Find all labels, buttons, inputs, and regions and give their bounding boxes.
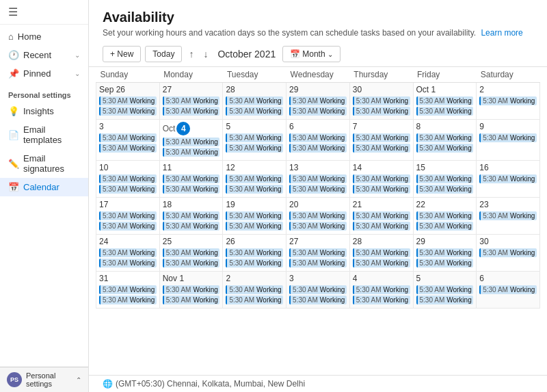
day-event[interactable]: 5:30 AMWorking⟳ bbox=[289, 211, 347, 220]
day-event[interactable]: 5:30 AMWorking⟳ bbox=[99, 222, 157, 231]
day-event[interactable]: 5:30 AMWorking⟳ bbox=[289, 133, 347, 142]
day-event[interactable]: 5:30 AMWorking⟳ bbox=[416, 296, 474, 304]
table-row[interactable]: 45:30 AMWorking⟳5:30 AMWorking⟳ bbox=[349, 272, 413, 309]
day-event[interactable]: 5:30 AMWorking⟳ bbox=[353, 248, 410, 257]
day-event[interactable]: 5:30 AMWorking⟳ bbox=[226, 285, 283, 294]
day-event[interactable]: 5:30 AMWorking⟳ bbox=[289, 259, 347, 267]
table-row[interactable]: 205:30 AMWorking⟳5:30 AMWorking⟳ bbox=[286, 198, 350, 235]
table-row[interactable]: 225:30 AMWorking⟳5:30 AMWorking⟳ bbox=[413, 198, 477, 235]
table-row[interactable]: 25:30 AMWorking bbox=[477, 83, 540, 120]
day-event[interactable]: 5:30 AMWorking⟳ bbox=[289, 285, 347, 294]
table-row[interactable]: 155:30 AMWorking⟳5:30 AMWorking⟳ bbox=[413, 161, 477, 198]
table-row[interactable]: Oct45:30 AMWorking⟳5:30 AMWorking⟳ bbox=[159, 120, 223, 161]
day-event[interactable]: 5:30 AMWorking⟳ bbox=[416, 174, 474, 183]
day-event[interactable]: 5:30 AMWorking⟳ bbox=[163, 138, 220, 146]
day-event[interactable]: 5:30 AMWorking⟳ bbox=[163, 285, 220, 294]
day-event[interactable]: 5:30 AMWorking⟳ bbox=[353, 174, 410, 183]
table-row[interactable]: 135:30 AMWorking⟳5:30 AMWorking⟳ bbox=[286, 161, 350, 198]
day-event[interactable]: 5:30 AMWorking⟳ bbox=[226, 185, 283, 194]
table-row[interactable]: 65:30 AMWorking bbox=[477, 272, 540, 309]
day-event[interactable]: 5:30 AMWorking⟳ bbox=[99, 174, 157, 183]
day-event[interactable]: 5:30 AMWorking bbox=[479, 285, 537, 294]
table-row[interactable]: 125:30 AMWorking⟳5:30 AMWorking⟳ bbox=[223, 161, 286, 198]
day-event[interactable]: 5:30 AMWorking⟳ bbox=[163, 96, 220, 105]
table-row[interactable]: 175:30 AMWorking⟳5:30 AMWorking⟳ bbox=[96, 198, 160, 235]
day-event[interactable]: 5:30 AMWorking bbox=[479, 211, 537, 220]
day-event[interactable]: 5:30 AMWorking⟳ bbox=[289, 107, 347, 116]
table-row[interactable]: 265:30 AMWorking⟳5:30 AMWorking⟳ bbox=[223, 235, 286, 272]
day-event[interactable]: 5:30 AMWorking⟳ bbox=[99, 211, 157, 220]
table-row[interactable]: 85:30 AMWorking⟳5:30 AMWorking⟳ bbox=[413, 120, 477, 161]
day-event[interactable]: 5:30 AMWorking⟳ bbox=[163, 107, 220, 116]
day-event[interactable]: 5:30 AMWorking⟳ bbox=[163, 248, 220, 257]
day-event[interactable]: 5:30 AMWorking⟳ bbox=[353, 259, 410, 267]
today-button[interactable]: Today bbox=[145, 46, 182, 62]
table-row[interactable]: 235:30 AMWorking bbox=[477, 198, 540, 235]
table-row[interactable]: 165:30 AMWorking bbox=[477, 161, 540, 198]
day-event[interactable]: 5:30 AMWorking⟳ bbox=[289, 248, 347, 257]
table-row[interactable]: Sep 265:30 AMWorking⟳5:30 AMWorking⟳ bbox=[96, 83, 160, 120]
table-row[interactable]: 295:30 AMWorking⟳5:30 AMWorking⟳ bbox=[286, 83, 350, 120]
day-event[interactable]: 5:30 AMWorking bbox=[479, 96, 537, 105]
table-row[interactable]: 305:30 AMWorking bbox=[477, 235, 540, 272]
day-event[interactable]: 5:30 AMWorking⟳ bbox=[353, 211, 410, 220]
day-event[interactable]: 5:30 AMWorking⟳ bbox=[289, 174, 347, 183]
sidebar-item-calendar[interactable]: 📅 Calendar bbox=[0, 178, 88, 196]
table-row[interactable]: 25:30 AMWorking⟳5:30 AMWorking⟳ bbox=[223, 272, 286, 309]
table-row[interactable]: 55:30 AMWorking⟳5:30 AMWorking⟳ bbox=[413, 272, 477, 309]
table-row[interactable]: 285:30 AMWorking⟳5:30 AMWorking⟳ bbox=[349, 235, 413, 272]
day-event[interactable]: 5:30 AMWorking⟳ bbox=[416, 144, 474, 153]
day-event[interactable]: 5:30 AMWorking⟳ bbox=[289, 96, 347, 105]
day-event[interactable]: 5:30 AMWorking⟳ bbox=[226, 144, 283, 153]
sidebar-item-email-templates[interactable]: 📄 Email templates bbox=[0, 120, 88, 149]
day-event[interactable]: 5:30 AMWorking⟳ bbox=[416, 133, 474, 142]
month-view-button[interactable]: 📅 Month ⌄ bbox=[282, 46, 340, 62]
day-event[interactable]: 5:30 AMWorking⟳ bbox=[163, 185, 220, 194]
day-event[interactable]: 5:30 AMWorking⟳ bbox=[416, 222, 474, 231]
sidebar-item-home[interactable]: ⌂ Home bbox=[0, 27, 88, 46]
day-event[interactable]: 5:30 AMWorking bbox=[479, 248, 537, 257]
day-event[interactable]: 5:30 AMWorking⟳ bbox=[416, 285, 474, 294]
table-row[interactable]: 195:30 AMWorking⟳5:30 AMWorking⟳ bbox=[223, 198, 286, 235]
day-event[interactable]: 5:30 AMWorking⟳ bbox=[226, 222, 283, 231]
day-event[interactable]: 5:30 AMWorking⟳ bbox=[99, 96, 157, 105]
table-row[interactable]: 35:30 AMWorking⟳5:30 AMWorking⟳ bbox=[96, 120, 160, 161]
day-event[interactable]: 5:30 AMWorking⟳ bbox=[353, 133, 410, 142]
day-event[interactable]: 5:30 AMWorking⟳ bbox=[99, 185, 157, 194]
table-row[interactable]: 55:30 AMWorking⟳5:30 AMWorking⟳ bbox=[223, 120, 286, 161]
day-event[interactable]: 5:30 AMWorking⟳ bbox=[99, 107, 157, 116]
hamburger-icon[interactable]: ☰ bbox=[8, 6, 18, 18]
table-row[interactable]: 275:30 AMWorking⟳5:30 AMWorking⟳ bbox=[286, 235, 350, 272]
table-row[interactable]: 305:30 AMWorking⟳5:30 AMWorking⟳ bbox=[349, 83, 413, 120]
day-event[interactable]: 5:30 AMWorking⟳ bbox=[226, 133, 283, 142]
table-row[interactable]: 35:30 AMWorking⟳5:30 AMWorking⟳ bbox=[286, 272, 350, 309]
sidebar-item-insights[interactable]: 💡 Insights bbox=[0, 102, 88, 120]
table-row[interactable]: 215:30 AMWorking⟳5:30 AMWorking⟳ bbox=[349, 198, 413, 235]
day-event[interactable]: 5:30 AMWorking⟳ bbox=[226, 296, 283, 304]
day-event[interactable]: 5:30 AMWorking⟳ bbox=[99, 133, 157, 142]
day-event[interactable]: 5:30 AMWorking⟳ bbox=[226, 174, 283, 183]
table-row[interactable]: 255:30 AMWorking⟳5:30 AMWorking⟳ bbox=[159, 235, 223, 272]
table-row[interactable]: 75:30 AMWorking⟳5:30 AMWorking⟳ bbox=[349, 120, 413, 161]
table-row[interactable]: 65:30 AMWorking⟳5:30 AMWorking⟳ bbox=[286, 120, 350, 161]
table-row[interactable]: 245:30 AMWorking⟳5:30 AMWorking⟳ bbox=[96, 235, 160, 272]
day-event[interactable]: 5:30 AMWorking⟳ bbox=[99, 296, 157, 304]
day-event[interactable]: 5:30 AMWorking⟳ bbox=[226, 248, 283, 257]
table-row[interactable]: 145:30 AMWorking⟳5:30 AMWorking⟳ bbox=[349, 161, 413, 198]
sidebar-item-email-signatures[interactable]: ✏️ Email signatures bbox=[0, 149, 88, 178]
day-event[interactable]: 5:30 AMWorking⟳ bbox=[353, 107, 410, 116]
day-event[interactable]: 5:30 AMWorking⟳ bbox=[163, 174, 220, 183]
prev-nav-button[interactable]: ↑ bbox=[186, 47, 196, 61]
table-row[interactable]: 315:30 AMWorking⟳5:30 AMWorking⟳ bbox=[96, 272, 160, 309]
day-event[interactable]: 5:30 AMWorking⟳ bbox=[99, 248, 157, 257]
day-event[interactable]: 5:30 AMWorking⟳ bbox=[289, 185, 347, 194]
day-event[interactable]: 5:30 AMWorking⟳ bbox=[226, 107, 283, 116]
table-row[interactable]: 185:30 AMWorking⟳5:30 AMWorking⟳ bbox=[159, 198, 223, 235]
day-event[interactable]: 5:30 AMWorking⟳ bbox=[353, 144, 410, 153]
day-event[interactable]: 5:30 AMWorking⟳ bbox=[226, 211, 283, 220]
table-row[interactable]: 295:30 AMWorking⟳5:30 AMWorking⟳ bbox=[413, 235, 477, 272]
table-row[interactable]: 285:30 AMWorking⟳5:30 AMWorking⟳ bbox=[223, 83, 286, 120]
day-event[interactable]: 5:30 AMWorking⟳ bbox=[163, 148, 220, 157]
learn-more-link[interactable]: Learn more bbox=[481, 28, 522, 38]
day-event[interactable]: 5:30 AMWorking⟳ bbox=[289, 296, 347, 304]
